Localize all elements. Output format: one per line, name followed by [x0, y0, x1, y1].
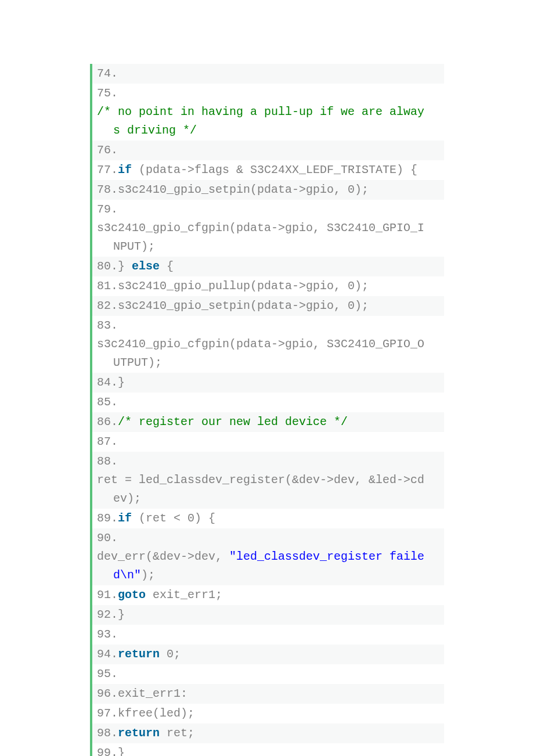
code-line: 87.: [92, 432, 444, 452]
code-text: dev_err(&dev->dev, "led_classdev_registe…: [97, 548, 424, 585]
code-token: NPUT);: [113, 240, 155, 253]
code-token: /* no point in having a pull-up if we ar…: [97, 105, 424, 118]
code-token: {: [160, 260, 174, 273]
code-token: if: [118, 163, 132, 177]
line-number: 91.: [97, 586, 118, 604]
code-line: 91.goto exit_err1;: [92, 585, 444, 605]
code-token: d\n": [113, 568, 141, 582]
code-token: s3c2410_gpio_setpin(pdata->gpio, 0);: [118, 299, 369, 312]
code-token: }: [118, 746, 125, 756]
code-line: 93.: [92, 625, 444, 645]
code-token: ret;: [160, 726, 194, 740]
code-line: 75./* no point in having a pull-up if we…: [92, 84, 444, 141]
code-line: 88.ret = led_classdev_register(&dev->dev…: [92, 452, 444, 509]
line-number: 89.: [97, 509, 118, 528]
code-line: 99.}: [92, 743, 444, 756]
code-token: }: [118, 608, 125, 621]
code-token: else: [132, 260, 160, 273]
line-number: 93.: [97, 625, 118, 644]
code-text-wrap: NPUT);: [97, 237, 424, 256]
code-text-wrap: ev);: [97, 489, 424, 508]
code-token: if: [118, 512, 132, 525]
code-text: } else {: [118, 257, 174, 276]
line-number: 97.: [97, 704, 118, 723]
code-token: kfree(led);: [118, 707, 194, 720]
code-line: 98.return ret;: [92, 723, 444, 743]
code-token: exit_err1:: [118, 687, 187, 700]
code-line: 77.if (pdata->flags & S3C24XX_LEDF_TRIST…: [92, 160, 444, 180]
code-token: return: [118, 726, 160, 740]
code-token: 0;: [160, 647, 181, 661]
code-text: if (pdata->flags & S3C24XX_LEDF_TRISTATE…: [118, 161, 417, 179]
code-line: 74.: [92, 64, 444, 84]
code-line: 80.} else {: [92, 257, 444, 276]
code-line: 96. exit_err1:: [92, 684, 444, 704]
line-number: 75.: [97, 84, 118, 103]
code-text: return ret;: [118, 724, 194, 743]
line-number: 77.: [97, 161, 118, 179]
code-token: ret = led_classdev_register(&dev->dev, &…: [97, 473, 424, 487]
line-number: 86.: [97, 413, 118, 431]
line-number: 90.: [97, 529, 118, 548]
code-text: exit_err1:: [118, 685, 187, 703]
code-text: }: [118, 373, 125, 392]
code-line: 90.dev_err(&dev->dev, "led_classdev_regi…: [92, 528, 444, 585]
code-text: /* no point in having a pull-up if we ar…: [97, 103, 424, 140]
code-token: dev_err(&dev->dev,: [97, 550, 229, 563]
code-line: 79.s3c2410_gpio_cfgpin(pdata->gpio, S3C2…: [92, 200, 444, 257]
code-line: 92.}: [92, 605, 444, 625]
code-block: 74.75./* no point in having a pull-up if…: [90, 64, 444, 756]
line-number: 80.: [97, 257, 118, 276]
code-token: (ret < 0) {: [132, 512, 215, 525]
code-line: 84.}: [92, 373, 444, 393]
line-number: 99.: [97, 744, 118, 756]
line-number: 92.: [97, 606, 118, 624]
code-token: ev);: [113, 492, 141, 505]
code-token: s3c2410_gpio_cfgpin(pdata->gpio, S3C2410…: [97, 337, 424, 351]
code-text: s3c2410_gpio_cfgpin(pdata->gpio, S3C2410…: [97, 335, 424, 372]
code-line: 97.kfree(led);: [92, 704, 444, 723]
line-number: 94.: [97, 645, 118, 664]
code-text: if (ret < 0) {: [118, 509, 215, 528]
line-number: 83.: [97, 316, 118, 335]
code-text: goto exit_err1;: [118, 586, 222, 604]
code-token: UTPUT);: [113, 356, 162, 369]
line-number: 96.: [97, 685, 118, 703]
code-text: s3c2410_gpio_pullup(pdata->gpio, 0);: [118, 277, 369, 296]
code-token: s3c2410_gpio_setpin(pdata->gpio, 0);: [118, 183, 369, 196]
code-line: 86./* register our new led device */: [92, 412, 444, 432]
line-number: 88.: [97, 452, 118, 471]
code-text: s3c2410_gpio_setpin(pdata->gpio, 0);: [118, 181, 369, 199]
line-number: 87.: [97, 433, 118, 451]
code-token: s driving */: [113, 124, 197, 137]
code-line: 76.: [92, 141, 444, 160]
code-token: }: [118, 260, 132, 273]
code-line: 89.if (ret < 0) {: [92, 509, 444, 528]
line-number: 76.: [97, 141, 118, 160]
code-token: return: [118, 647, 160, 661]
code-token: }: [118, 376, 125, 389]
document-page: 74.75./* no point in having a pull-up if…: [0, 0, 534, 756]
line-number: 78.: [97, 181, 118, 199]
code-token: /* register our new led device */: [118, 415, 348, 429]
code-text-wrap: d\n");: [97, 566, 424, 585]
line-number: 81.: [97, 277, 118, 296]
code-token: exit_err1;: [146, 588, 222, 602]
code-token: s3c2410_gpio_cfgpin(pdata->gpio, S3C2410…: [97, 221, 424, 235]
code-line: 82.s3c2410_gpio_setpin(pdata->gpio, 0);: [92, 296, 444, 316]
code-text: }: [118, 744, 125, 756]
code-text: s3c2410_gpio_setpin(pdata->gpio, 0);: [118, 297, 369, 315]
code-text-wrap: UTPUT);: [97, 354, 424, 372]
code-text: return 0;: [118, 645, 181, 664]
code-text: }: [118, 606, 125, 624]
code-line: 78.s3c2410_gpio_setpin(pdata->gpio, 0);: [92, 180, 444, 200]
line-number: 95.: [97, 665, 118, 683]
line-number: 84.: [97, 373, 118, 392]
code-token: s3c2410_gpio_pullup(pdata->gpio, 0);: [118, 279, 369, 293]
line-number: 85.: [97, 393, 118, 412]
code-line: 85.: [92, 393, 444, 412]
line-number: 98.: [97, 724, 118, 743]
code-text-wrap: s driving */: [97, 121, 424, 140]
code-line: 95.: [92, 664, 444, 684]
code-text: /* register our new led device */: [118, 413, 348, 431]
